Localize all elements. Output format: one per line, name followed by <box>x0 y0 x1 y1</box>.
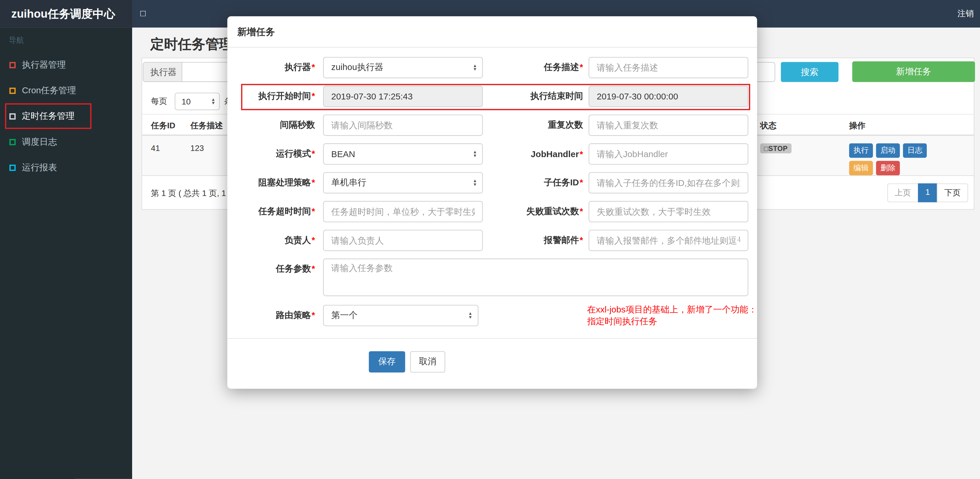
sidebar-toggle-icon[interactable]: □ <box>140 0 146 28</box>
save-button[interactable]: 保存 <box>369 351 405 372</box>
job-desc-label: 任务描述* <box>483 62 583 73</box>
child-job-input[interactable] <box>589 172 748 193</box>
perpage-select-value: 10 <box>181 97 191 106</box>
select-arrows-icon <box>468 312 473 320</box>
feature-note: 在xxl-jobs项目的基础上，新增了一个功能： 指定时间执行任务 <box>587 304 757 328</box>
required-asterisk: * <box>312 91 315 101</box>
required-asterisk: * <box>312 235 315 245</box>
glue-type-select[interactable]: BEAN <box>323 143 483 164</box>
cell-ops: 执行 启动 日志 编辑 删除 <box>849 136 971 178</box>
sidebar-item-label: 调度日志 <box>22 136 57 147</box>
pagination: 上页 1 下页 <box>887 183 968 202</box>
logout-link[interactable]: 注销 <box>957 0 974 28</box>
cancel-button[interactable]: 取消 <box>410 351 445 372</box>
end-time-label: 执行结束时间 <box>483 91 583 102</box>
required-asterisk: * <box>579 235 583 245</box>
run-button[interactable]: 执行 <box>849 143 873 158</box>
sidebar-item-dispatch-log[interactable]: 调度日志 <box>0 129 132 154</box>
cell-status: □STOP <box>760 136 849 154</box>
block-strategy-select[interactable]: 单机串行 <box>323 172 483 193</box>
child-job-label: 子任务ID* <box>483 177 583 188</box>
route-strategy-label: 路由策略* <box>227 310 315 321</box>
job-param-label: 任务参数* <box>227 259 315 275</box>
executor-select[interactable]: zuihou执行器 <box>323 57 483 78</box>
sidebar-section-label: 导航 <box>0 28 132 52</box>
executor-filter-addon: 执行器 <box>143 62 184 82</box>
sidebar-item-label: 运行报表 <box>22 162 57 173</box>
job-param-textarea[interactable] <box>323 259 748 296</box>
perpage-prefix-label: 每页 <box>151 93 167 110</box>
required-asterisk: * <box>579 177 583 187</box>
modal-footer: 保存 取消 <box>227 351 757 372</box>
job-handler-label: JobHandler* <box>483 149 583 159</box>
select-arrows-icon <box>473 64 477 72</box>
col-header-task-id: 任务ID <box>151 115 191 131</box>
edit-button[interactable]: 编辑 <box>849 161 873 175</box>
page-title: 定时任务管理 <box>150 35 233 54</box>
fail-retry-input[interactable] <box>589 201 748 222</box>
sidebar: 导航 执行器管理 Cron任务管理 定时任务管理 调度日志 运行报表 <box>0 28 132 479</box>
job-handler-input[interactable] <box>589 143 748 164</box>
sidebar-item-cron-task[interactable]: Cron任务管理 <box>0 78 132 103</box>
required-asterisk: * <box>579 62 583 72</box>
search-button[interactable]: 搜索 <box>781 62 838 82</box>
select-arrows-icon <box>473 150 477 158</box>
menu-square-icon <box>10 164 16 171</box>
required-asterisk: * <box>312 62 315 72</box>
cell-task-id: 41 <box>151 136 191 153</box>
block-strategy-label: 阻塞处理策略* <box>227 177 315 188</box>
select-arrows-icon <box>473 179 477 187</box>
required-asterisk: * <box>312 148 315 158</box>
executor-label: 执行器* <box>227 62 315 73</box>
sidebar-item-label: 定时任务管理 <box>22 111 75 122</box>
pagination-next[interactable]: 下页 <box>937 183 968 202</box>
sidebar-item-label: 执行器管理 <box>22 59 66 70</box>
repeat-label: 重复次数 <box>483 119 583 130</box>
menu-square-icon <box>10 138 16 145</box>
modal-header: 新增任务 <box>227 16 757 48</box>
app-brand: zuihou任务调度中心 <box>0 0 132 28</box>
job-desc-input[interactable] <box>589 57 748 78</box>
select-arrows-icon <box>211 98 215 105</box>
interval-label: 间隔秒数 <box>227 119 315 130</box>
pagination-current-page[interactable]: 1 <box>918 183 937 202</box>
timeout-label: 任务超时时间* <box>227 206 315 217</box>
col-header-ops: 操作 <box>849 115 971 131</box>
status-badge-label: STOP <box>768 145 788 153</box>
required-asterisk: * <box>312 177 315 187</box>
menu-square-icon <box>10 62 16 68</box>
alarm-email-input[interactable] <box>589 230 748 251</box>
modal-title: 新增任务 <box>227 16 757 38</box>
repeat-input[interactable] <box>589 115 748 136</box>
log-button[interactable]: 日志 <box>903 143 927 158</box>
col-header-status: 状态 <box>760 115 849 131</box>
route-strategy-select[interactable]: 第一个 <box>323 305 478 326</box>
perpage-select[interactable]: 10 <box>175 93 220 110</box>
sidebar-item-run-report[interactable]: 运行报表 <box>0 155 132 180</box>
required-asterisk: * <box>579 206 583 216</box>
interval-input[interactable] <box>323 115 483 136</box>
sidebar-item-executor-manage[interactable]: 执行器管理 <box>0 52 132 78</box>
end-time-input[interactable] <box>589 86 748 107</box>
add-task-button[interactable]: 新增任务 <box>852 62 975 82</box>
start-time-input[interactable] <box>323 86 483 107</box>
status-badge: □STOP <box>760 143 791 153</box>
sidebar-item-timed-task[interactable]: 定时任务管理 <box>0 103 132 129</box>
status-square-icon: □ <box>764 145 768 153</box>
feature-note-line1: 在xxl-jobs项目的基础上，新增了一个功能： <box>587 304 757 315</box>
timeout-input[interactable] <box>323 201 483 222</box>
alarm-email-label: 报警邮件* <box>483 235 583 246</box>
start-time-label: 执行开始时间* <box>227 91 315 102</box>
pagination-prev[interactable]: 上页 <box>887 183 918 202</box>
owner-input[interactable] <box>323 230 483 251</box>
glue-type-label: 运行模式* <box>227 148 315 159</box>
start-button[interactable]: 启动 <box>876 143 900 158</box>
sidebar-item-label: Cron任务管理 <box>22 85 76 96</box>
feature-note-line2: 指定时间执行任务 <box>587 315 757 327</box>
required-asterisk: * <box>579 149 583 159</box>
app-window: zuihou任务调度中心 □ 注销 导航 执行器管理 Cron任务管理 定时任务… <box>0 0 980 479</box>
route-strategy-select-value: 第一个 <box>331 310 358 321</box>
delete-button[interactable]: 删除 <box>876 161 900 175</box>
block-strategy-select-value: 单机串行 <box>331 177 366 188</box>
menu-square-icon <box>10 113 16 119</box>
